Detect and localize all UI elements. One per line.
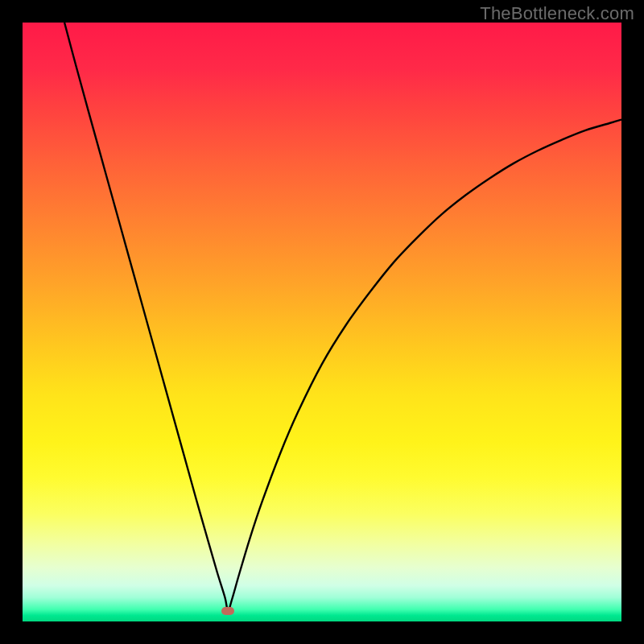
plot-area <box>23 23 621 621</box>
curve-path <box>64 23 621 611</box>
chart-stage: TheBottleneck.com <box>0 0 644 644</box>
bottleneck-curve <box>23 23 621 621</box>
optimal-point-marker <box>221 607 234 615</box>
watermark-label: TheBottleneck.com <box>480 3 634 24</box>
